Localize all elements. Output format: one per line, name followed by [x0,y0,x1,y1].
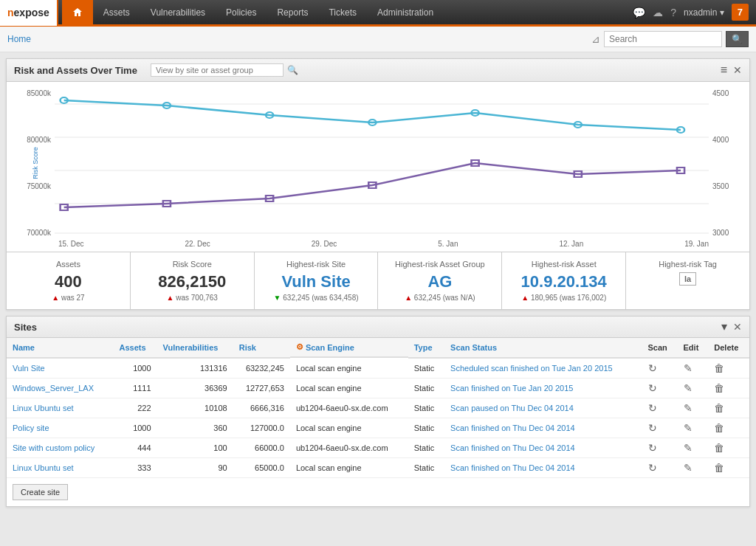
nav-administration[interactable]: Administration [367,0,444,26]
col-assets[interactable]: Assets [113,338,157,358]
risk-value: 826,2150 [140,272,245,291]
search-button[interactable]: 🔍 [726,31,749,47]
site-risk-5: 65000.0 [233,458,290,478]
chart-container: 85000k 80000k 75000k 70000k [14,89,742,237]
site-edit-btn-5[interactable]: ✎ [678,458,709,478]
panel-search-area: 🔍 [143,63,298,77]
col-type[interactable]: Type [408,338,444,358]
scan-icon-0[interactable]: ↻ [648,362,657,374]
user-menu[interactable]: nxadmin ▾ [684,7,724,18]
site-delete-btn-4[interactable]: 🗑 [708,438,749,458]
scan-icon-1[interactable]: ↻ [648,382,657,394]
nav-items: Assets Vulnerabilities Policies Reports … [58,0,633,26]
scan-engine-icon: ⚙ [296,342,303,352]
site-edit-btn-3[interactable]: ✎ [678,418,709,438]
site-assets-2: 222 [113,398,157,418]
delete-icon-0[interactable]: 🗑 [714,362,724,374]
site-delete-btn-1[interactable]: 🗑 [708,379,749,398]
col-risk[interactable]: Risk [233,338,290,358]
edit-icon-5[interactable]: ✎ [684,462,693,474]
site-name-2[interactable]: Linux Ubuntu set [7,398,113,418]
nav-policies[interactable]: Policies [216,0,267,26]
nav-tickets[interactable]: Tickets [318,0,367,26]
col-name[interactable]: Name [7,338,113,358]
close-button[interactable]: ✕ [733,64,742,76]
site-status-4[interactable]: Scan finished on Thu Dec 04 2014 [444,438,642,458]
edit-icon-0[interactable]: ✎ [684,362,693,374]
site-scan-btn-1[interactable]: ↻ [642,379,678,398]
site-edit-btn-0[interactable]: ✎ [678,358,709,379]
site-delete-btn-2[interactable]: 🗑 [708,398,749,418]
highest-group-change: ▲ 632,245 (was N/A) [387,294,492,302]
site-type-2: Static [408,398,444,418]
sites-close-button[interactable]: ✕ [733,321,742,333]
col-scan-status[interactable]: Scan Status [444,338,642,358]
chart-view-input[interactable] [151,63,284,77]
filter-icon[interactable]: ⊿ [591,33,600,45]
edit-icon-3[interactable]: ✎ [684,422,693,434]
site-delete-btn-0[interactable]: 🗑 [708,358,749,379]
breadcrumb-search: ⊿ 🔍 [591,31,749,47]
site-scan-btn-3[interactable]: ↻ [642,418,678,438]
create-site-button[interactable]: Create site [13,484,68,500]
y-left-2: 80000k [27,136,51,144]
col-vulnerabilities[interactable]: Vulnerabilities [157,338,233,358]
edit-icon-1[interactable]: ✎ [684,382,693,394]
cloud-icon[interactable]: ☁ [653,7,663,18]
site-delete-btn-3[interactable]: 🗑 [708,418,749,438]
site-scan-btn-2[interactable]: ↻ [642,398,678,418]
site-delete-btn-5[interactable]: 🗑 [708,458,749,478]
nav-home-button[interactable] [62,0,93,26]
site-scan-btn-4[interactable]: ↻ [642,438,678,458]
chart-svg-area: Risk Score [55,89,709,237]
minimize-button[interactable]: ≡ [721,64,727,76]
nav-assets[interactable]: Assets [93,0,140,26]
col-scan-engine[interactable]: ⚙ Scan Engine [290,338,408,358]
delete-icon-1[interactable]: 🗑 [714,382,724,394]
col-delete: Delete [708,338,749,358]
site-scan-btn-5[interactable]: ↻ [642,458,678,478]
help-icon[interactable]: ? [670,7,676,18]
stat-highest-group: Highest-risk Asset Group AG ▲ 632,245 (w… [378,252,502,309]
chat-icon[interactable]: 💬 [633,7,645,18]
top-navigation: nexpose Assets Vulnerabilities Policies … [0,0,756,27]
site-name-5[interactable]: Linux Ubuntu set [7,458,113,478]
search-input[interactable] [604,31,722,47]
site-name-3[interactable]: Policy site [7,418,113,438]
site-scan-btn-0[interactable]: ↻ [642,358,678,379]
col-scan: Scan [642,338,678,358]
highest-site-value[interactable]: Vuln Site [264,272,369,291]
site-status-5[interactable]: Scan finished on Thu Dec 04 2014 [444,458,642,478]
site-name-0[interactable]: Vuln Site [7,358,113,379]
scan-icon-5[interactable]: ↻ [648,462,657,474]
chart-search-icon[interactable]: 🔍 [287,65,298,75]
breadcrumb-home[interactable]: Home [7,34,31,44]
delete-icon-4[interactable]: 🗑 [714,442,724,454]
tag-badge[interactable]: la [679,272,696,286]
site-edit-btn-4[interactable]: ✎ [678,438,709,458]
site-edit-btn-2[interactable]: ✎ [678,398,709,418]
delete-icon-5[interactable]: 🗑 [714,462,724,474]
site-status-0[interactable]: Scheduled scan finished on Tue Jan 20 20… [444,358,642,379]
site-status-2[interactable]: Scan paused on Thu Dec 04 2014 [444,398,642,418]
site-status-1[interactable]: Scan finished on Tue Jan 20 2015 [444,379,642,398]
sites-minimize-button[interactable]: ▾ [721,321,727,333]
delete-icon-3[interactable]: 🗑 [714,422,724,434]
edit-icon-4[interactable]: ✎ [684,442,693,454]
nav-reports[interactable]: Reports [267,0,318,26]
site-name-1[interactable]: Windows_Server_LAX [7,379,113,398]
scan-icon-3[interactable]: ↻ [648,422,657,434]
nav-vulnerabilities[interactable]: Vulnerabilities [140,0,216,26]
site-status-3[interactable]: Scan finished on Thu Dec 04 2014 [444,418,642,438]
site-name-4[interactable]: Site with custom policy [7,438,113,458]
highest-asset-value[interactable]: 10.9.20.134 [511,272,616,291]
highest-group-value[interactable]: AG [387,272,492,291]
scan-icon-2[interactable]: ↻ [648,402,657,414]
edit-icon-2[interactable]: ✎ [684,402,693,414]
delete-icon-2[interactable]: 🗑 [714,402,724,414]
site-edit-btn-1[interactable]: ✎ [678,379,709,398]
scan-icon-4[interactable]: ↻ [648,442,657,454]
site-risk-3: 127000.0 [233,418,290,438]
assets-change: ▲ was 27 [16,294,121,302]
site-risk-4: 66000.0 [233,438,290,458]
